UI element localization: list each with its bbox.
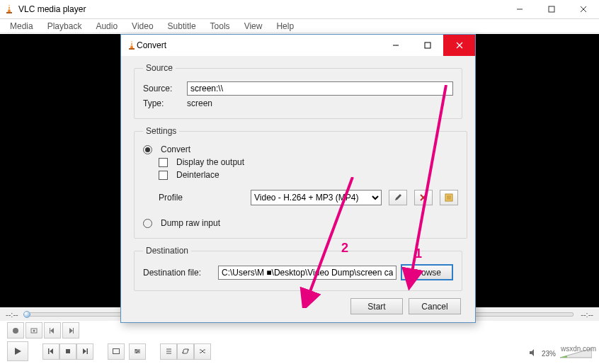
new-profile-button[interactable] xyxy=(440,190,458,205)
svg-point-24 xyxy=(135,349,137,351)
svg-point-7 xyxy=(13,328,18,334)
settings-group: Settings Convert Display the output Dein… xyxy=(134,126,467,239)
destination-file-input[interactable] xyxy=(218,266,397,280)
menu-media[interactable]: Media xyxy=(3,20,40,33)
frame-fwd-button[interactable] xyxy=(62,322,79,339)
main-minimize-button[interactable] xyxy=(503,0,535,19)
source-group: Source Source: Type: screen xyxy=(134,63,462,119)
dialog-titlebar[interactable]: Convert xyxy=(121,35,475,56)
destination-file-label: Destination file: xyxy=(143,268,214,278)
svg-rect-36 xyxy=(131,42,133,43)
svg-rect-13 xyxy=(73,328,74,334)
svg-rect-35 xyxy=(129,48,135,50)
svg-point-25 xyxy=(137,351,139,352)
play-button[interactable] xyxy=(7,341,28,361)
display-output-checkbox[interactable] xyxy=(159,158,168,167)
svg-point-26 xyxy=(136,352,137,353)
deinterlace-label: Deinterlace xyxy=(176,170,219,180)
main-maximize-button[interactable] xyxy=(535,0,567,19)
speaker-icon[interactable] xyxy=(529,347,537,360)
source-legend: Source xyxy=(143,63,176,73)
time-elapsed: --:-- xyxy=(6,310,18,319)
type-value: screen xyxy=(187,98,212,108)
deinterlace-checkbox[interactable] xyxy=(159,171,168,180)
source-input[interactable] xyxy=(187,81,453,96)
cancel-button[interactable]: Cancel xyxy=(409,298,461,314)
dump-radio-label: Dump raw input xyxy=(161,218,220,228)
volume-percent: 23% xyxy=(542,350,556,358)
svg-rect-17 xyxy=(66,349,70,353)
profile-label: Profile xyxy=(159,193,244,203)
dialog-maximize-button[interactable] xyxy=(411,35,443,56)
svg-rect-2 xyxy=(8,8,11,9)
fullscreen-button[interactable] xyxy=(108,343,125,360)
source-label: Source: xyxy=(143,84,183,93)
menubar: Media Playback Audio Video Subtitle Tool… xyxy=(0,19,599,33)
svg-rect-1 xyxy=(8,6,11,7)
frame-back-button[interactable] xyxy=(44,322,61,339)
next-button[interactable] xyxy=(76,343,93,360)
vlc-cone-icon xyxy=(127,40,137,51)
playback-toolbar xyxy=(7,341,211,361)
svg-rect-11 xyxy=(50,328,50,334)
prev-button[interactable] xyxy=(42,343,59,360)
snapshot-button[interactable] xyxy=(25,322,42,339)
menu-tools[interactable]: Tools xyxy=(203,20,237,33)
svg-rect-39 xyxy=(425,42,430,48)
svg-marker-12 xyxy=(69,328,73,334)
start-button[interactable]: Start xyxy=(350,298,403,314)
svg-marker-10 xyxy=(50,328,54,334)
dump-radio[interactable] xyxy=(143,219,152,228)
svg-rect-4 xyxy=(549,6,554,12)
svg-point-9 xyxy=(33,329,35,331)
svg-rect-19 xyxy=(87,348,89,354)
main-close-button[interactable] xyxy=(567,0,599,19)
svg-marker-18 xyxy=(83,348,86,354)
time-total: --:-- xyxy=(581,310,593,319)
type-label: Type: xyxy=(143,98,183,108)
menu-help[interactable]: Help xyxy=(269,20,301,33)
menu-playback[interactable]: Playback xyxy=(40,20,89,33)
svg-rect-16 xyxy=(48,348,50,354)
stop-button[interactable] xyxy=(59,343,76,360)
svg-rect-20 xyxy=(113,349,120,354)
svg-marker-31 xyxy=(182,351,183,354)
convert-dialog: Convert Source Source: Type: screen Sett… xyxy=(120,34,476,323)
svg-rect-37 xyxy=(130,45,133,45)
destination-legend: Destination xyxy=(143,246,191,256)
browse-button[interactable]: Browse xyxy=(401,264,453,280)
dialog-close-button[interactable] xyxy=(443,35,475,56)
edit-profile-button[interactable] xyxy=(389,190,407,205)
ext-settings-button[interactable] xyxy=(129,343,146,360)
menu-audio[interactable]: Audio xyxy=(89,20,125,33)
destination-group: Destination Destination file: Browse xyxy=(134,246,462,291)
profile-select[interactable]: Video - H.264 + MP3 (MP4) xyxy=(251,190,382,205)
menu-view[interactable]: View xyxy=(237,20,270,33)
dialog-minimize-button[interactable] xyxy=(380,35,411,56)
loop-button[interactable] xyxy=(177,343,194,360)
main-window-titlebar: VLC media player xyxy=(0,0,599,19)
seek-knob[interactable] xyxy=(23,311,30,318)
menu-subtitle[interactable]: Subtitle xyxy=(161,20,203,33)
playlist-button[interactable] xyxy=(160,343,177,360)
watermark: wsxdn.com xyxy=(561,345,596,353)
convert-radio[interactable] xyxy=(143,145,152,154)
display-output-label: Display the output xyxy=(176,157,244,167)
svg-marker-14 xyxy=(15,348,21,355)
menu-video[interactable]: Video xyxy=(125,20,160,33)
svg-rect-0 xyxy=(6,12,12,13)
svg-marker-30 xyxy=(188,348,189,351)
main-window-title: VLC media player xyxy=(18,4,503,14)
record-toolbar xyxy=(7,322,79,339)
settings-legend: Settings xyxy=(143,126,179,136)
delete-profile-button[interactable] xyxy=(414,190,433,205)
convert-radio-label: Convert xyxy=(161,144,190,154)
shuffle-button[interactable] xyxy=(194,343,211,360)
svg-marker-32 xyxy=(530,349,534,356)
dialog-title: Convert xyxy=(137,40,380,50)
record-button[interactable] xyxy=(7,322,24,339)
svg-marker-15 xyxy=(50,348,53,354)
vlc-cone-icon xyxy=(4,4,14,15)
